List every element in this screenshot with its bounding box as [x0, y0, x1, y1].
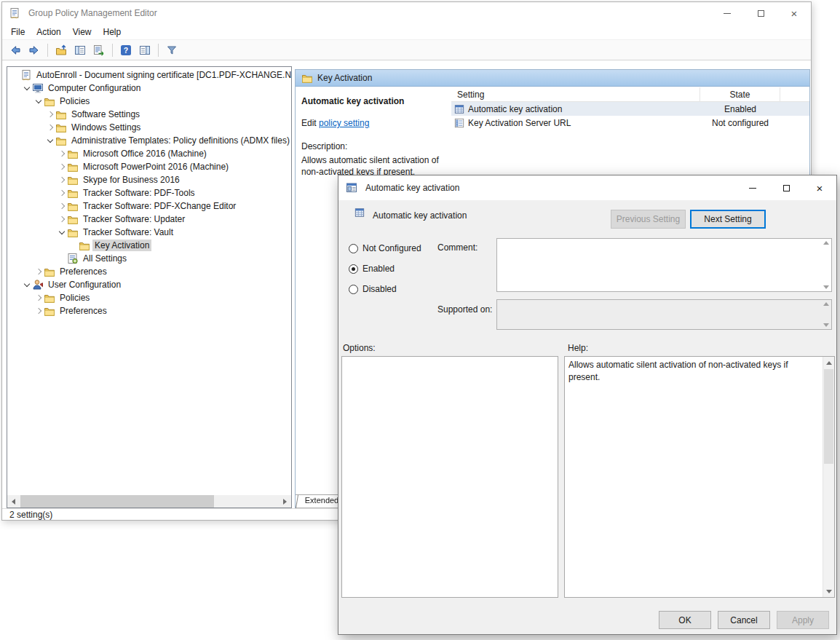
tree-item[interactable]: Skype for Business 2016 [7, 173, 291, 186]
radio-not-configured[interactable]: Not Configured [349, 242, 421, 254]
edit-policy-setting-link[interactable]: policy setting [319, 118, 369, 128]
gpo-icon [20, 69, 32, 81]
setting-name: Key Activation Server URL [468, 118, 700, 128]
tree-item[interactable]: Preferences [7, 304, 291, 317]
tree-item[interactable]: Policies [7, 291, 291, 304]
scrollbar-thumb[interactable] [824, 369, 833, 464]
tree-item[interactable]: Policies [7, 95, 291, 108]
tree-item-label: Tracker Software: Updater [81, 213, 187, 225]
setting-icon [354, 208, 366, 219]
scroll-right-button[interactable] [279, 495, 291, 507]
tree-item[interactable]: Tracker Software: PDF-XChange Editor [7, 199, 291, 213]
show-console-tree-icon[interactable] [71, 42, 89, 59]
expand-chevron-icon[interactable] [33, 306, 44, 316]
tree-item[interactable]: All Settings [7, 252, 291, 265]
tree: AutoEnroll - Document signing certificat… [7, 68, 291, 495]
next-setting-button[interactable]: Next Setting [690, 210, 766, 229]
forward-icon[interactable] [25, 42, 43, 59]
dialog-close-button[interactable]: × [803, 175, 836, 200]
scroll-up-button[interactable] [823, 357, 834, 368]
setting-state: Not configured [700, 118, 780, 128]
tree-item[interactable]: Tracker Software: PDF-Tools [7, 186, 291, 199]
tree-item[interactable]: Microsoft Office 2016 (Machine) [7, 147, 291, 160]
help-scrollbar[interactable] [823, 357, 834, 597]
setting-row[interactable]: Key Activation Server URLNot configured [451, 116, 809, 130]
tree-item[interactable]: Tracker Software: Updater [7, 213, 291, 226]
expand-chevron-icon[interactable] [45, 122, 55, 133]
expand-chevron-icon[interactable] [45, 109, 55, 119]
column-header-state[interactable]: State [700, 87, 780, 101]
radio-enabled[interactable]: Enabled [349, 263, 395, 274]
collapse-chevron-icon[interactable] [45, 135, 55, 146]
comment-input[interactable] [496, 238, 832, 292]
radio-circle-icon [349, 244, 358, 253]
setting-row[interactable]: Automatic key activationEnabled [451, 102, 809, 116]
expand-chevron-icon[interactable] [57, 149, 67, 159]
cancel-button[interactable]: Cancel [718, 611, 770, 629]
tree-item-label: Windows Settings [69, 122, 143, 133]
close-button[interactable]: × [777, 2, 811, 24]
dialog-titlebar[interactable]: Automatic key activation × [338, 175, 836, 200]
radio-label: Not Configured [362, 243, 421, 253]
collapse-chevron-icon[interactable] [22, 280, 32, 290]
maximize-button[interactable] [744, 2, 777, 24]
menu-help[interactable]: Help [98, 25, 127, 39]
tree-item-label: Administrative Templates: Policy definit… [69, 135, 291, 146]
dialog-minimize-button[interactable] [736, 175, 769, 200]
collapse-chevron-icon[interactable] [57, 227, 67, 237]
window-controls: × [710, 2, 811, 24]
tree-item[interactable]: Windows Settings [7, 121, 291, 134]
menu-view[interactable]: View [67, 25, 98, 39]
tree-item[interactable]: User Configuration [7, 278, 291, 291]
radio-disabled[interactable]: Disabled [349, 283, 397, 295]
radio-circle-icon [349, 264, 358, 274]
expand-chevron-icon[interactable] [57, 214, 67, 224]
tree-item[interactable]: Tracker Software: Vault [7, 226, 291, 239]
minimize-button[interactable] [710, 2, 744, 24]
ok-button[interactable]: OK [659, 611, 711, 629]
folder-icon [55, 135, 67, 146]
tree-item-label: Tracker Software: PDF-Tools [81, 187, 197, 199]
menu-file[interactable]: File [5, 25, 31, 39]
expand-chevron-icon[interactable] [57, 175, 67, 185]
collapse-chevron-icon[interactable] [22, 83, 32, 93]
tree-item[interactable]: AutoEnroll - Document signing certificat… [7, 68, 291, 82]
tree-item[interactable]: Microsoft PowerPoint 2016 (Machine) [7, 160, 291, 173]
dialog-maximize-button[interactable] [769, 175, 803, 200]
tree-item-label: AutoEnroll - Document signing certificat… [34, 69, 291, 81]
previous-setting-button[interactable]: Previous Setting [611, 210, 686, 229]
filter-icon[interactable] [163, 42, 181, 59]
tree-item[interactable]: Key Activation [7, 239, 291, 252]
apply-button[interactable]: Apply [777, 611, 829, 629]
tree-item[interactable]: Administrative Templates: Policy definit… [7, 134, 291, 147]
collapse-chevron-icon[interactable] [33, 96, 44, 106]
tree-item[interactable]: Software Settings [7, 108, 291, 121]
scroll-left-button[interactable] [7, 495, 20, 507]
main-titlebar[interactable]: Group Policy Management Editor × [2, 2, 811, 24]
radio-circle-icon [349, 285, 358, 294]
folder-icon [79, 240, 90, 251]
scrollbar-thumb[interactable] [20, 495, 214, 507]
tree-item[interactable]: Computer Configuration [7, 82, 291, 95]
scroll-down-button[interactable] [823, 585, 834, 597]
column-header-setting[interactable]: Setting [451, 87, 700, 101]
status-text: 2 setting(s) [9, 510, 52, 520]
back-icon[interactable] [7, 42, 24, 59]
export-list-icon[interactable] [90, 42, 108, 59]
toolbar: ? [2, 40, 811, 60]
menu-action[interactable]: Action [31, 25, 66, 39]
expand-chevron-icon[interactable] [57, 188, 67, 198]
up-one-level-icon[interactable] [52, 42, 70, 59]
selected-setting-title: Automatic key activation [301, 96, 444, 106]
expand-chevron-icon[interactable] [57, 162, 67, 172]
folder-icon [67, 200, 79, 212]
expand-chevron-icon[interactable] [33, 293, 44, 303]
chevron-placeholder [10, 70, 20, 80]
action-pane-icon[interactable] [136, 42, 154, 59]
tree-horizontal-scrollbar[interactable] [7, 495, 291, 507]
tree-item[interactable]: Preferences [7, 265, 291, 278]
help-icon[interactable]: ? [117, 42, 135, 59]
list-header: Setting State [451, 87, 809, 102]
expand-chevron-icon[interactable] [33, 266, 44, 277]
expand-chevron-icon[interactable] [57, 201, 67, 211]
